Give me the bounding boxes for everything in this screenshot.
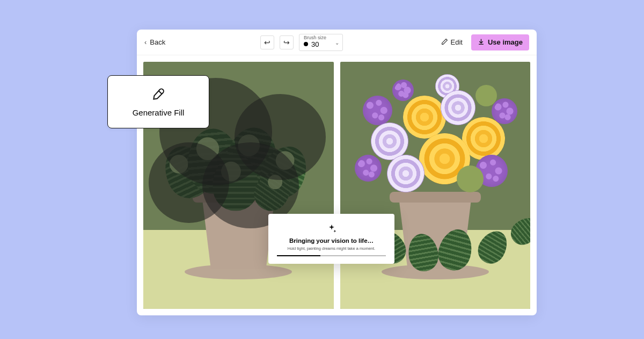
result-image-panel[interactable]: [340, 62, 531, 309]
undo-icon: ↩: [264, 38, 270, 47]
edit-label: Edit: [451, 38, 463, 46]
download-icon: [478, 38, 485, 47]
chevron-left-icon: ‹: [144, 38, 147, 46]
brush-size-dot-icon: [304, 42, 308, 46]
use-image-button[interactable]: Use image: [471, 34, 529, 51]
redo-icon: ↪: [283, 38, 290, 47]
generative-fill-card[interactable]: Generative Fill: [107, 75, 209, 128]
brush-mask: [149, 142, 229, 223]
generated-bouquet: [355, 74, 516, 198]
brush-size-value: 30: [311, 40, 319, 48]
brush-size-label: Brush size: [304, 35, 338, 40]
brush-size-select[interactable]: Brush size 30 ⌄: [299, 34, 343, 51]
undo-button[interactable]: ↩: [260, 35, 274, 49]
back-button[interactable]: ‹ Back: [144, 38, 165, 46]
use-image-label: Use image: [488, 38, 523, 46]
back-label: Back: [150, 38, 165, 46]
loading-title: Bringing your vision to life…: [277, 237, 386, 244]
chevron-down-icon: ⌄: [335, 39, 339, 45]
redo-button[interactable]: ↪: [280, 35, 294, 49]
generative-fill-label: Generative Fill: [115, 108, 201, 117]
toolbar: ‹ Back ↩ ↪ Brush size 30 ⌄ Edit: [137, 30, 537, 55]
sparkle-icon: [326, 223, 337, 234]
pencil-icon: [441, 38, 448, 47]
edit-button[interactable]: Edit: [438, 36, 466, 49]
loading-subtitle: Hold tight, painting dreams might take a…: [277, 246, 386, 251]
brush-icon: [151, 98, 165, 107]
loading-progress-bar: [277, 255, 386, 256]
editor-window: ‹ Back ↩ ↪ Brush size 30 ⌄ Edit: [137, 30, 537, 315]
loading-card: Bringing your vision to life… Hold tight…: [268, 214, 394, 264]
